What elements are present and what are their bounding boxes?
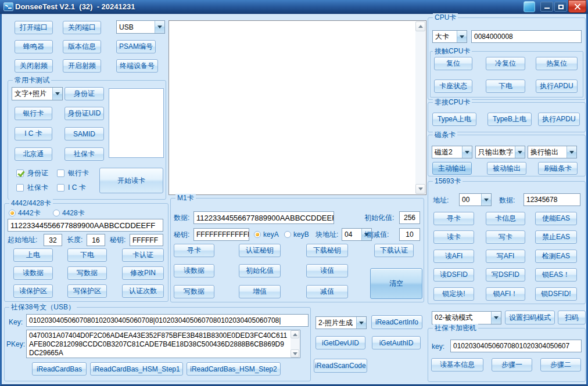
m1-write-button[interactable]: 写数据 <box>174 285 214 298</box>
c4442-key-field[interactable]: FFFFFF <box>130 234 163 246</box>
c4442-power-on-button[interactable]: 上电 <box>13 248 53 262</box>
typea-power-button[interactable]: TypeA上电 <box>432 113 476 126</box>
iso15693-data-field[interactable]: 12345678 <box>524 193 580 206</box>
cpu-slot-status-button[interactable]: 卡座状态 <box>434 80 472 93</box>
c4442-read-protect-button[interactable]: 读保护区 <box>13 284 53 298</box>
port-select[interactable]: USB <box>116 20 165 34</box>
chevron-down-icon[interactable] <box>515 146 525 158</box>
iso-lock-dsfid-button[interactable]: 锁DSFID! <box>535 287 577 301</box>
scan-button[interactable]: 扫码 <box>558 311 586 324</box>
minimize-button[interactable] <box>540 2 553 12</box>
social-card-button[interactable]: 社保卡 <box>64 147 104 161</box>
hsm-key-field[interactable]: 010203040506070801020304050607 <box>450 340 582 352</box>
scroll-down-icon[interactable] <box>415 184 425 194</box>
bankcard-button[interactable]: 银行卡 <box>15 107 52 120</box>
c4442-write-protect-button[interactable]: 写保护区 <box>67 284 107 298</box>
chevron-down-icon[interactable] <box>481 194 491 205</box>
keya-radio[interactable] <box>254 231 261 238</box>
m1-auth-key-button[interactable]: 认证秘钥 <box>239 244 281 257</box>
cpu-atr-field[interactable]: 0084000008 <box>471 30 582 43</box>
c4442-modify-pin-button[interactable]: 修改PIN <box>122 266 164 280</box>
chevron-down-icon[interactable] <box>567 146 576 158</box>
igetauthid-button[interactable]: iGetAuthID <box>372 336 421 349</box>
contactless-exec-apdu-button[interactable]: 执行APDU <box>538 113 580 126</box>
iso-read-afi-button[interactable]: 读AFI <box>433 250 474 263</box>
c4442-len-field[interactable]: 16 <box>87 234 105 246</box>
track-select[interactable]: 磁道2 <box>432 146 472 158</box>
m1-init-value-button[interactable]: 初始化值 <box>239 264 281 277</box>
social-checkbox[interactable] <box>16 184 24 192</box>
m1-download-auth-button[interactable]: 下载认证 <box>374 244 414 257</box>
m1-key-field[interactable]: FFFFFFFFFFFFF <box>193 228 249 241</box>
hsm-step1-button[interactable]: 步骤一 <box>492 358 532 371</box>
c4442-write-button[interactable]: 写数据 <box>67 266 107 280</box>
cpu-power-off-button[interactable]: 下电 <box>486 80 525 93</box>
social38-key-field[interactable]: 01020304050607080102030405060708|0102030… <box>26 314 309 327</box>
samid-button[interactable]: SAMID <box>64 127 104 140</box>
ireadcardbas-hsm-step2-button[interactable]: iReadCardBas_HSM_Step2 <box>187 362 281 376</box>
chevron-down-icon[interactable] <box>491 312 501 324</box>
idcard-button[interactable]: 身份证 <box>64 87 104 100</box>
swipe-card-button[interactable]: 刷磁条卡 <box>538 162 578 175</box>
close-button[interactable] <box>568 0 586 13</box>
iso-write-dsfid-button[interactable]: 写DSFID <box>486 268 525 282</box>
m1-download-key-button[interactable]: 下载秘钥 <box>306 244 348 257</box>
iso-lock-block-button[interactable]: 锁定块! <box>433 287 474 301</box>
newline-select[interactable]: 换行输出 <box>528 146 577 158</box>
chevron-down-icon[interactable] <box>52 88 62 100</box>
cpu-warm-reset-button[interactable]: 热复位 <box>536 57 578 70</box>
iso-read-button[interactable]: 读卡 <box>433 230 474 244</box>
radio-4442[interactable] <box>9 210 16 217</box>
scroll-down-icon[interactable] <box>291 349 299 358</box>
log-scrollbar[interactable] <box>415 21 425 194</box>
chevron-down-icon[interactable] <box>462 146 472 158</box>
m1-init-field[interactable]: 256 <box>399 211 420 224</box>
m1-incdec-field[interactable]: 10 <box>399 228 420 241</box>
iso-disable-eas-button[interactable]: 禁止EAS <box>535 230 577 244</box>
psam-no-button[interactable]: PSAM编号 <box>116 40 156 53</box>
m1-decrement-button[interactable]: 减值 <box>306 285 348 298</box>
photo-mode-select[interactable]: 2-照片生成 <box>315 316 367 329</box>
scroll-up-icon[interactable] <box>415 21 425 31</box>
iso-lock-eas-button[interactable]: 锁EAS！ <box>535 268 577 282</box>
cpu-reset-button[interactable]: 复位 <box>434 57 472 70</box>
iso15693-addr-select[interactable]: 00 <box>459 193 492 206</box>
c4442-read-button[interactable]: 读数据 <box>13 266 53 280</box>
chevron-down-icon[interactable] <box>457 31 467 42</box>
social38-pkey-field[interactable]: 0470031A07404D0F2C06AD4EA43E352F875BFE3B… <box>26 330 300 358</box>
version-info-button[interactable]: 版本信息 <box>63 40 101 53</box>
close-port-button[interactable]: 关闭端口 <box>63 21 101 34</box>
m1-find-button[interactable]: 寻卡 <box>174 244 214 257</box>
iso-card-info-button[interactable]: 卡信息 <box>486 212 525 225</box>
ic-card-button[interactable]: I C 卡 <box>15 127 52 140</box>
hsm-read-info-button[interactable]: 读基本信息 <box>431 358 483 371</box>
chevron-down-icon[interactable] <box>155 21 164 33</box>
iso-check-eas-button[interactable]: 检测EAS <box>535 250 577 263</box>
ireadcardbas-button[interactable]: iReadCardBas <box>32 362 87 376</box>
igetdevuid-button[interactable]: iGetDevUID <box>315 336 365 349</box>
iso-read-dsfid-button[interactable]: 读DSFID <box>433 268 474 282</box>
rf-off-button[interactable]: 关闭射频 <box>15 59 53 73</box>
start-read-button[interactable]: 开始读卡 <box>99 168 163 193</box>
maximize-button[interactable] <box>554 2 567 12</box>
keyb-radio[interactable] <box>284 231 291 238</box>
rf-on-button[interactable]: 开启射频 <box>63 59 101 73</box>
log-output[interactable] <box>168 20 426 195</box>
idcard-checkbox[interactable] <box>16 169 24 177</box>
bankcard-checkbox[interactable] <box>57 169 64 177</box>
typeb-power-button[interactable]: TypeB上电 <box>487 113 532 126</box>
c4442-addr-field[interactable]: 32 <box>44 234 62 246</box>
active-output-button[interactable]: 主动输出 <box>432 162 472 175</box>
beijingtong-button[interactable]: 北京通 <box>15 147 52 161</box>
radio-4428[interactable] <box>53 210 60 217</box>
chevron-down-icon[interactable] <box>356 317 366 329</box>
buzzer-button[interactable]: 蜂鸣器 <box>15 40 53 53</box>
scroll-up-icon[interactable] <box>291 330 299 338</box>
open-port-button[interactable]: 打开端口 <box>15 21 53 34</box>
iso-find-button[interactable]: 寻卡 <box>433 212 474 225</box>
ireadcertinfo-button[interactable]: iReadCertInfo <box>371 315 422 329</box>
passive-output-button[interactable]: 被动输出 <box>487 162 526 175</box>
digits-only-select[interactable]: 只输出数字 <box>475 146 525 158</box>
c4442-power-off-button[interactable]: 下电 <box>67 248 107 262</box>
iso-write-button[interactable]: 写卡 <box>486 230 525 244</box>
